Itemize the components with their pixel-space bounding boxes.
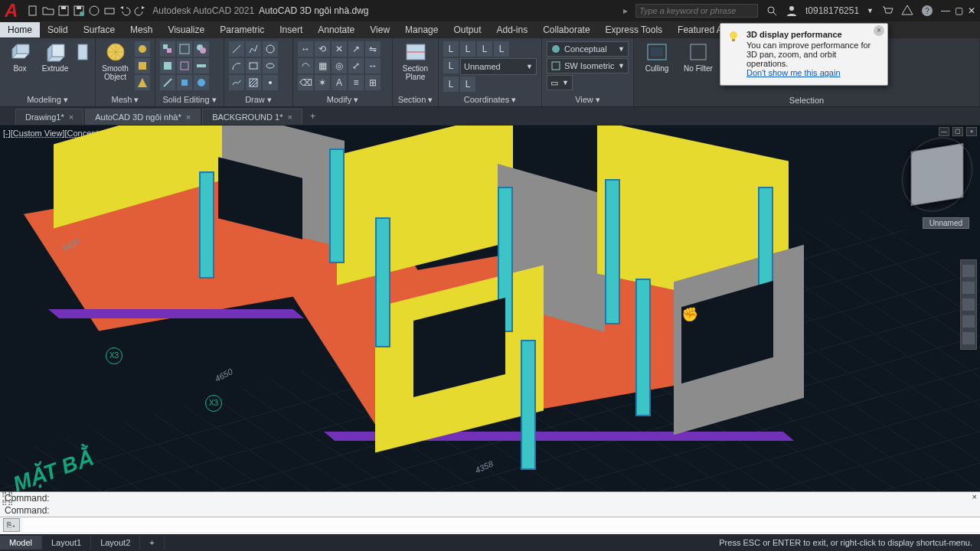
dr-pt[interactable] (263, 75, 278, 90)
mo-fil[interactable]: ◠ (298, 58, 313, 73)
co-6[interactable]: L (443, 77, 459, 92)
tab-express[interactable]: Express Tools (598, 22, 670, 37)
add-tab-button[interactable]: + (304, 108, 322, 125)
viewcube-label[interactable]: Unnamed (923, 217, 969, 229)
mo-move[interactable]: ↔ (298, 41, 313, 57)
se-3[interactable] (194, 41, 209, 57)
tab-surface[interactable]: Surface (76, 22, 122, 37)
nav-orbit-icon[interactable] (962, 315, 975, 328)
tab-addins[interactable]: Add-ins (489, 22, 536, 37)
app-icon[interactable] (901, 5, 913, 17)
panel-mesh-title[interactable]: Mesh ▾ (100, 93, 150, 106)
mo-trim[interactable]: ✕ (332, 41, 347, 57)
dr-hatch[interactable] (246, 75, 261, 90)
cmd-prompt-icon[interactable]: ⎘▾ (3, 518, 20, 532)
tab-view[interactable]: View (362, 22, 397, 37)
tab-collaborate[interactable]: Collaborate (535, 22, 597, 37)
mesh-ico-3[interactable] (135, 75, 150, 90)
view-orient-dropdown[interactable]: SW Isometric▼ (547, 58, 629, 73)
se-6[interactable] (194, 58, 209, 73)
panel-coord-title[interactable]: Coordinates ▾ (443, 93, 537, 106)
tab-mesh[interactable]: Mesh (122, 22, 160, 37)
app-logo[interactable]: A (5, 0, 21, 21)
plot-icon[interactable] (103, 5, 116, 17)
viewport[interactable]: [-][Custom View][Conceptual] — ▢ × 5400 … (0, 126, 980, 491)
mo-off[interactable]: ◎ (332, 58, 347, 73)
ucs-unnamed[interactable]: Unnamed▼ (460, 58, 537, 75)
user-menu-icon[interactable]: ▼ (867, 7, 874, 15)
nav-pan-icon[interactable] (962, 282, 975, 294)
co-7[interactable]: L (460, 77, 475, 92)
tab-manage[interactable]: Manage (397, 22, 446, 37)
tab-parametric[interactable]: Parametric (212, 22, 272, 37)
mo-era[interactable]: ⌫ (298, 75, 313, 90)
status-tab-layout2[interactable]: Layout2 (91, 536, 140, 549)
dr-arc[interactable] (229, 58, 244, 73)
mo-grid[interactable]: ⊞ (365, 75, 381, 90)
polysolid-button[interactable] (75, 41, 90, 63)
status-tab-model[interactable]: Model (0, 536, 42, 549)
se-7[interactable] (160, 75, 175, 90)
dr-spl[interactable] (229, 75, 244, 90)
panel-modeling-title[interactable]: Modeling ▾ (5, 93, 90, 106)
dr-line[interactable] (229, 41, 244, 57)
help-icon[interactable]: ? (921, 5, 933, 17)
tab-output[interactable]: Output (446, 22, 488, 37)
vp-min[interactable]: — (939, 127, 949, 136)
nofilter-button[interactable]: No Filter (680, 41, 717, 73)
mo-sc[interactable]: ⤢ (348, 58, 364, 73)
notification-close-button[interactable]: × (874, 25, 884, 36)
nav-wheel-icon[interactable] (962, 265, 975, 277)
panel-solid-title[interactable]: Solid Editing ▾ (160, 93, 219, 106)
nav-show-icon[interactable] (962, 332, 975, 344)
file-tab-2[interactable]: BACKGROUND 1*× (202, 109, 302, 125)
cart-icon[interactable] (881, 5, 893, 17)
viewcube[interactable] (911, 143, 964, 206)
close-icon[interactable]: × (186, 112, 191, 122)
view-extra-dropdown[interactable]: ▭▼ (547, 75, 573, 90)
se-1[interactable] (160, 41, 175, 57)
undo-icon[interactable] (119, 5, 131, 17)
se-4[interactable] (160, 58, 175, 73)
redo-icon[interactable] (134, 5, 146, 17)
co-1[interactable]: L (443, 41, 459, 57)
file-tab-0[interactable]: Drawing1*× (15, 109, 83, 125)
panel-draw-title[interactable]: Draw ▾ (229, 93, 288, 106)
dr-pline[interactable] (246, 41, 261, 57)
status-tab-layout1[interactable]: Layout1 (42, 536, 91, 549)
tab-annotate[interactable]: Annotate (310, 22, 362, 37)
close-icon[interactable]: × (287, 112, 292, 122)
co-4[interactable]: L (494, 41, 509, 57)
search-icon[interactable] (766, 5, 778, 17)
status-tab-add[interactable]: + (140, 536, 164, 549)
mo-rot[interactable]: ⟲ (315, 41, 330, 57)
se-8[interactable] (177, 75, 192, 90)
panel-selection-title[interactable]: Selection (639, 94, 975, 106)
save-icon[interactable] (57, 5, 70, 17)
co-3[interactable]: L (477, 41, 492, 57)
tab-solid[interactable]: Solid (40, 22, 76, 37)
panel-modify-title[interactable]: Modify ▾ (298, 93, 387, 106)
tab-insert[interactable]: Insert (272, 22, 310, 37)
vp-close[interactable]: × (966, 127, 977, 136)
co-5[interactable]: L (443, 58, 459, 73)
extrude-button[interactable]: Extrude (40, 41, 70, 73)
nav-zoom-icon[interactable] (962, 298, 975, 311)
vp-max[interactable]: ▢ (952, 127, 963, 136)
user-icon[interactable] (786, 5, 798, 17)
mo-txt[interactable]: A (332, 75, 347, 90)
open-icon[interactable] (42, 5, 54, 17)
tab-home[interactable]: Home (0, 22, 40, 37)
se-5[interactable] (177, 58, 192, 73)
visual-style-dropdown[interactable]: Conceptual▼ (547, 41, 629, 57)
vp-ctl-toggle[interactable]: [-] (3, 129, 11, 138)
dr-rect[interactable] (246, 58, 261, 73)
close-button[interactable]: ✕ (968, 5, 975, 16)
mesh-ico-1[interactable] (135, 41, 150, 57)
saveas-icon[interactable] (73, 5, 85, 17)
user-name[interactable]: t0918176251 (805, 5, 859, 16)
section-button[interactable]: Section Plane (397, 41, 433, 81)
box-button[interactable]: Box (5, 41, 35, 73)
mo-str[interactable]: ↔ (365, 58, 381, 73)
search-arrow-icon[interactable]: ▸ (623, 5, 628, 16)
